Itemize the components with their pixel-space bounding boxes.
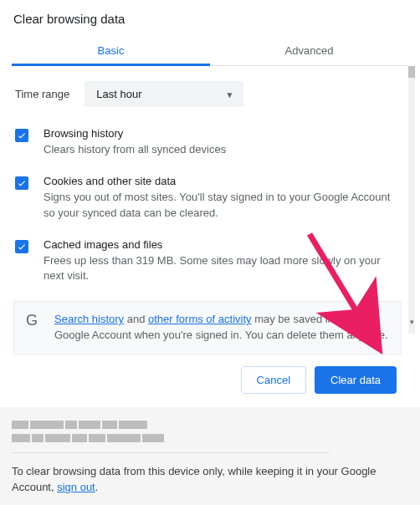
footer-area: To clear browsing data from this device … xyxy=(0,407,420,505)
scrollbar-track[interactable] xyxy=(408,66,415,334)
option-title-cache: Cached images and files xyxy=(44,238,400,251)
redacted-user-info-2 xyxy=(12,434,213,442)
tab-advanced[interactable]: Advanced xyxy=(210,36,408,65)
checkbox-cache[interactable] xyxy=(15,240,28,253)
dialog-title: Clear browsing data xyxy=(12,12,408,26)
google-icon: G xyxy=(26,312,43,329)
dialog-content: ▾ Time range Last hour ▼ Browsing histor… xyxy=(12,66,408,355)
time-range-label: Time range xyxy=(15,88,69,100)
info-box: G Search history and other forms of acti… xyxy=(13,301,402,355)
option-sub-cache: Frees up less than 319 MB. Some sites ma… xyxy=(44,253,400,285)
cancel-button[interactable]: Cancel xyxy=(241,366,306,394)
link-search-history[interactable]: Search history xyxy=(54,313,124,325)
time-range-select[interactable]: Last hour ▼ xyxy=(85,81,243,107)
check-icon xyxy=(17,178,27,188)
option-title-browsing-history: Browsing history xyxy=(44,127,400,140)
footer-suffix: . xyxy=(95,481,99,493)
info-mid: and xyxy=(124,313,148,325)
check-icon xyxy=(17,130,27,140)
check-icon xyxy=(17,242,27,252)
info-text: Search history and other forms of activi… xyxy=(54,312,389,344)
dialog-actions: Cancel Clear data xyxy=(12,355,408,407)
time-range-value: Last hour xyxy=(96,88,141,100)
redacted-user-info xyxy=(12,421,213,429)
checkbox-browsing-history[interactable] xyxy=(15,129,28,142)
link-sign-out[interactable]: sign out xyxy=(57,481,95,493)
tab-bar: Basic Advanced xyxy=(12,36,408,66)
link-other-activity[interactable]: other forms of activity xyxy=(148,313,252,325)
scrollbar-down-icon[interactable]: ▾ xyxy=(408,317,415,327)
footer-divider xyxy=(12,452,330,453)
scrollbar-thumb[interactable] xyxy=(408,66,415,78)
clear-data-button[interactable]: Clear data xyxy=(315,366,397,394)
option-sub-cookies: Signs you out of most sites. You'll stay… xyxy=(44,190,400,222)
option-sub-browsing-history: Clears history from all synced devices xyxy=(44,142,400,158)
option-title-cookies: Cookies and other site data xyxy=(44,175,400,187)
footer-text: To clear browsing data from this device … xyxy=(12,463,408,496)
tab-basic[interactable]: Basic xyxy=(12,36,210,65)
chevron-down-icon: ▼ xyxy=(225,89,233,99)
checkbox-cookies[interactable] xyxy=(15,176,28,190)
